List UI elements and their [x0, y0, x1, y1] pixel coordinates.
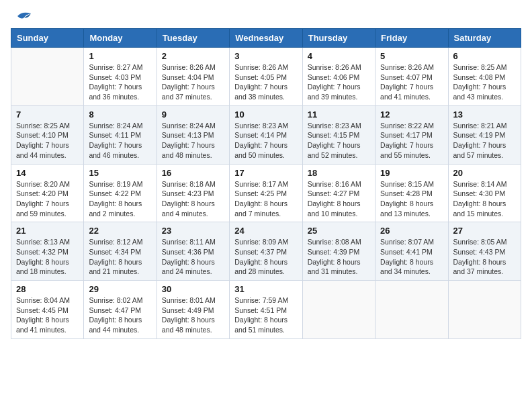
calendar-cell: 14Sunrise: 8:20 AM Sunset: 4:20 PM Dayli…	[11, 164, 84, 222]
day-number: 8	[89, 109, 151, 120]
day-info: Sunrise: 8:25 AM Sunset: 4:08 PM Dayligh…	[453, 62, 516, 102]
day-info: Sunrise: 8:16 AM Sunset: 4:27 PM Dayligh…	[308, 179, 370, 219]
day-number: 23	[162, 226, 224, 236]
day-number: 5	[380, 51, 443, 61]
day-info: Sunrise: 8:21 AM Sunset: 4:19 PM Dayligh…	[453, 121, 516, 161]
calendar-cell: 3Sunrise: 8:26 AM Sunset: 4:05 PM Daylig…	[230, 48, 302, 106]
day-number: 24	[234, 226, 297, 236]
calendar-cell: 20Sunrise: 8:14 AM Sunset: 4:30 PM Dayli…	[448, 164, 521, 222]
day-number: 19	[380, 168, 443, 178]
header-monday: Monday	[84, 29, 157, 48]
day-number: 15	[89, 168, 151, 178]
calendar-cell: 22Sunrise: 8:12 AM Sunset: 4:34 PM Dayli…	[84, 222, 157, 281]
calendar-cell	[11, 48, 84, 106]
day-info: Sunrise: 8:12 AM Sunset: 4:34 PM Dayligh…	[89, 237, 151, 277]
day-number: 29	[89, 284, 151, 294]
day-number: 9	[162, 109, 224, 120]
day-info: Sunrise: 8:11 AM Sunset: 4:36 PM Dayligh…	[162, 237, 224, 277]
calendar-cell: 9Sunrise: 8:24 AM Sunset: 4:13 PM Daylig…	[157, 105, 229, 164]
header-tuesday: Tuesday	[157, 29, 229, 48]
calendar-cell: 25Sunrise: 8:08 AM Sunset: 4:39 PM Dayli…	[302, 222, 375, 281]
day-number: 30	[162, 284, 224, 294]
calendar-cell: 5Sunrise: 8:26 AM Sunset: 4:07 PM Daylig…	[375, 48, 448, 106]
calendar-header-row: SundayMondayTuesdayWednesdayThursdayFrid…	[11, 29, 521, 48]
week-row-5: 28Sunrise: 8:04 AM Sunset: 4:45 PM Dayli…	[11, 281, 521, 339]
day-info: Sunrise: 8:09 AM Sunset: 4:37 PM Dayligh…	[234, 237, 297, 277]
day-number: 12	[380, 109, 443, 120]
calendar-cell: 28Sunrise: 8:04 AM Sunset: 4:45 PM Dayli…	[11, 281, 84, 339]
day-info: Sunrise: 8:23 AM Sunset: 4:14 PM Dayligh…	[234, 121, 297, 161]
day-info: Sunrise: 8:15 AM Sunset: 4:28 PM Dayligh…	[380, 179, 443, 219]
week-row-2: 7Sunrise: 8:25 AM Sunset: 4:10 PM Daylig…	[11, 105, 521, 164]
day-number: 17	[234, 168, 297, 178]
header-friday: Friday	[375, 29, 448, 48]
header-sunday: Sunday	[11, 29, 84, 48]
calendar-cell: 26Sunrise: 8:07 AM Sunset: 4:41 PM Dayli…	[375, 222, 448, 281]
week-row-4: 21Sunrise: 8:13 AM Sunset: 4:32 PM Dayli…	[11, 222, 521, 281]
day-info: Sunrise: 8:22 AM Sunset: 4:17 PM Dayligh…	[380, 121, 443, 161]
calendar-cell: 23Sunrise: 8:11 AM Sunset: 4:36 PM Dayli…	[157, 222, 229, 281]
day-info: Sunrise: 8:26 AM Sunset: 4:06 PM Dayligh…	[308, 62, 370, 102]
week-row-3: 14Sunrise: 8:20 AM Sunset: 4:20 PM Dayli…	[11, 164, 521, 222]
calendar-cell: 27Sunrise: 8:05 AM Sunset: 4:43 PM Dayli…	[448, 222, 521, 281]
calendar-cell: 19Sunrise: 8:15 AM Sunset: 4:28 PM Dayli…	[375, 164, 448, 222]
calendar-cell: 16Sunrise: 8:18 AM Sunset: 4:23 PM Dayli…	[157, 164, 229, 222]
calendar-cell: 8Sunrise: 8:24 AM Sunset: 4:11 PM Daylig…	[84, 105, 157, 164]
day-info: Sunrise: 8:27 AM Sunset: 4:03 PM Dayligh…	[89, 62, 151, 102]
day-info: Sunrise: 8:26 AM Sunset: 4:04 PM Dayligh…	[162, 62, 224, 102]
day-number: 25	[308, 226, 370, 236]
calendar-cell	[302, 281, 375, 339]
header-thursday: Thursday	[302, 29, 375, 48]
calendar-cell: 7Sunrise: 8:25 AM Sunset: 4:10 PM Daylig…	[11, 105, 84, 164]
calendar-cell: 21Sunrise: 8:13 AM Sunset: 4:32 PM Dayli…	[11, 222, 84, 281]
calendar-cell: 11Sunrise: 8:23 AM Sunset: 4:15 PM Dayli…	[302, 105, 375, 164]
day-number: 21	[16, 226, 79, 236]
calendar-cell: 1Sunrise: 8:27 AM Sunset: 4:03 PM Daylig…	[84, 48, 157, 106]
day-number: 18	[308, 168, 370, 178]
day-info: Sunrise: 8:20 AM Sunset: 4:20 PM Dayligh…	[16, 179, 79, 219]
day-info: Sunrise: 8:14 AM Sunset: 4:30 PM Dayligh…	[453, 179, 516, 219]
calendar-table: SundayMondayTuesdayWednesdayThursdayFrid…	[11, 28, 521, 339]
day-info: Sunrise: 8:13 AM Sunset: 4:32 PM Dayligh…	[16, 237, 79, 277]
header-saturday: Saturday	[448, 29, 521, 48]
day-number: 10	[234, 109, 297, 120]
day-info: Sunrise: 8:26 AM Sunset: 4:07 PM Dayligh…	[380, 62, 443, 102]
calendar-cell: 13Sunrise: 8:21 AM Sunset: 4:19 PM Dayli…	[448, 105, 521, 164]
calendar-cell: 17Sunrise: 8:17 AM Sunset: 4:25 PM Dayli…	[230, 164, 302, 222]
day-number: 13	[453, 109, 516, 120]
calendar-cell: 30Sunrise: 8:01 AM Sunset: 4:49 PM Dayli…	[157, 281, 229, 339]
day-info: Sunrise: 8:24 AM Sunset: 4:13 PM Dayligh…	[162, 121, 224, 161]
day-info: Sunrise: 8:26 AM Sunset: 4:05 PM Dayligh…	[234, 62, 297, 102]
day-number: 26	[380, 226, 443, 236]
day-number: 2	[162, 51, 224, 61]
day-info: Sunrise: 8:07 AM Sunset: 4:41 PM Dayligh…	[380, 237, 443, 277]
day-info: Sunrise: 8:17 AM Sunset: 4:25 PM Dayligh…	[234, 179, 297, 219]
day-number: 31	[234, 284, 297, 294]
calendar-cell: 2Sunrise: 8:26 AM Sunset: 4:04 PM Daylig…	[157, 48, 229, 106]
day-number: 4	[308, 51, 370, 61]
logo	[11, 11, 32, 23]
day-number: 16	[162, 168, 224, 178]
header-wednesday: Wednesday	[230, 29, 302, 48]
calendar-cell	[375, 281, 448, 339]
calendar-cell: 10Sunrise: 8:23 AM Sunset: 4:14 PM Dayli…	[230, 105, 302, 164]
calendar-cell: 12Sunrise: 8:22 AM Sunset: 4:17 PM Dayli…	[375, 105, 448, 164]
calendar-cell: 24Sunrise: 8:09 AM Sunset: 4:37 PM Dayli…	[230, 222, 302, 281]
day-info: Sunrise: 8:08 AM Sunset: 4:39 PM Dayligh…	[308, 237, 370, 277]
day-number: 20	[453, 168, 516, 178]
day-number: 1	[89, 51, 151, 61]
day-info: Sunrise: 8:23 AM Sunset: 4:15 PM Dayligh…	[308, 121, 370, 161]
day-info: Sunrise: 8:19 AM Sunset: 4:22 PM Dayligh…	[89, 179, 151, 219]
day-info: Sunrise: 8:25 AM Sunset: 4:10 PM Dayligh…	[16, 121, 79, 161]
day-info: Sunrise: 8:05 AM Sunset: 4:43 PM Dayligh…	[453, 237, 516, 277]
calendar-cell: 29Sunrise: 8:02 AM Sunset: 4:47 PM Dayli…	[84, 281, 157, 339]
calendar-cell: 18Sunrise: 8:16 AM Sunset: 4:27 PM Dayli…	[302, 164, 375, 222]
day-info: Sunrise: 8:18 AM Sunset: 4:23 PM Dayligh…	[162, 179, 224, 219]
day-number: 27	[453, 226, 516, 236]
day-info: Sunrise: 8:24 AM Sunset: 4:11 PM Dayligh…	[89, 121, 151, 161]
calendar-cell: 4Sunrise: 8:26 AM Sunset: 4:06 PM Daylig…	[302, 48, 375, 106]
page-header	[11, 11, 521, 23]
day-number: 6	[453, 51, 516, 61]
calendar-cell: 15Sunrise: 8:19 AM Sunset: 4:22 PM Dayli…	[84, 164, 157, 222]
day-info: Sunrise: 8:02 AM Sunset: 4:47 PM Dayligh…	[89, 295, 151, 335]
